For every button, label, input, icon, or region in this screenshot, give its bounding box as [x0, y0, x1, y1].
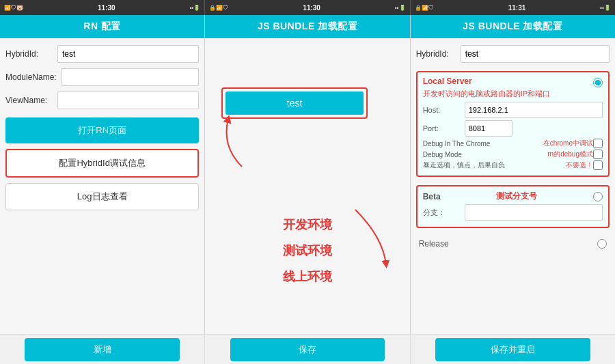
local-server-title: Local Server	[423, 76, 472, 86]
warn-sublabel: 不要选！	[566, 160, 593, 170]
status-icons-left-2: 🔒📶🛡	[209, 5, 228, 11]
host-input[interactable]	[465, 102, 603, 118]
bottom-panel-3: 保存并重启	[411, 335, 615, 364]
panel3-body: HybridId: Local Server 开发时访问的电脑或路由器的IP和端…	[411, 38, 615, 334]
viewname-label: ViewName:	[5, 96, 53, 105]
bottom-panel-1: 新增	[0, 335, 205, 364]
branch-label: 分支：	[423, 208, 461, 218]
warn-checkbox[interactable]	[593, 160, 603, 170]
bottom-bar: 新增 保存 保存并重启	[0, 334, 615, 364]
debug-chrome-sublabel: 在chrome中调试	[543, 139, 593, 148]
log-view-button[interactable]: Log日志查看	[5, 183, 199, 210]
branch-input[interactable]	[465, 204, 603, 221]
panel1-header: RN 配置	[0, 15, 204, 38]
status-bar-1: 📶🛡🐷 11:30 ▪▪🔋	[0, 0, 204, 15]
branch-row: 分支：	[423, 204, 603, 221]
save-button[interactable]: 保存	[230, 338, 385, 361]
status-bar-2: 🔒📶🛡 11:30 ▪▪🔋	[204, 0, 409, 15]
bottom-panel-2: 保存	[205, 335, 410, 364]
beta-radio[interactable]	[593, 192, 603, 201]
warn-label: 暴走选项，慎点，后果自负	[423, 160, 566, 170]
panel2-body: 开发环境 测试环境 线上环境	[205, 38, 409, 334]
modulename-row: ModuleName:	[5, 68, 199, 86]
debug-mode-label: Debug Mode	[423, 151, 548, 158]
panel1-title: RN 配置	[83, 20, 121, 31]
modulename-label: ModuleName:	[5, 72, 57, 82]
main-panels: RN 配置 HybridId: ModuleName: ViewName: 打开…	[0, 15, 615, 334]
status-icons-right-3: ▪▪🔋	[600, 5, 611, 11]
env-label-online: 线上环境	[283, 268, 332, 285]
hybridid-row: HybridId:	[5, 45, 199, 63]
p3-hybridid-row: HybridId:	[416, 45, 610, 63]
status-icons-left-1: 📶🛡🐷	[4, 5, 23, 11]
save-restart-button[interactable]: 保存并重启	[435, 338, 590, 361]
status-bar-3: 🔒📶🛡 11:31 ▪▪🔋	[410, 0, 615, 15]
debug-mode-sublabel: rn的debug模式	[547, 150, 593, 159]
port-input[interactable]	[465, 120, 512, 137]
debug-chrome-label: Debug In The Chrome	[423, 140, 543, 148]
beta-section: Beta 测试分支号 分支：	[416, 185, 610, 228]
warn-row: 暴走选项，慎点，后果自负 不要选！	[423, 160, 603, 170]
panel3-title: JS BUNDLE 加载配置	[463, 20, 562, 31]
time-3: 11:31	[508, 4, 526, 12]
viewname-input[interactable]	[57, 92, 199, 109]
local-server-section: Local Server 开发时访问的电脑或路由器的IP和端口 Host: Po…	[416, 71, 610, 177]
panel-jsbundle-right: JS BUNDLE 加载配置 HybridId: Local Server 开发…	[411, 15, 615, 334]
time-1: 11:30	[98, 4, 115, 12]
release-label: Release	[419, 239, 449, 249]
hybridid-input[interactable]	[57, 45, 199, 63]
config-hybridid-button[interactable]: 配置HybridId调试信息	[5, 149, 199, 178]
p1-buttons: 打开RN页面 配置HybridId调试信息 Log日志查看	[5, 117, 199, 210]
time-2: 11:30	[303, 4, 320, 12]
arrow-up-left	[215, 112, 256, 167]
test-input[interactable]	[226, 92, 364, 115]
debug-chrome-checkbox[interactable]	[593, 139, 603, 148]
debug-mode-checkbox[interactable]	[593, 150, 603, 159]
beta-sublabel: 测试分支号	[496, 191, 537, 202]
env-label-dev: 开发环境	[283, 216, 332, 233]
panel3-header: JS BUNDLE 加载配置	[411, 15, 615, 38]
host-label: Host:	[423, 106, 461, 114]
panel2-title: JS BUNDLE 加载配置	[258, 20, 357, 31]
add-button[interactable]: 新增	[25, 338, 180, 361]
status-icons-left-3: 🔒📶🛡	[415, 5, 434, 11]
panel1-body: HybridId: ModuleName: ViewName: 打开RN页面 配…	[0, 38, 204, 334]
env-label-test: 测试环境	[283, 242, 332, 259]
status-bars: 📶🛡🐷 11:30 ▪▪🔋 🔒📶🛡 11:30 ▪▪🔋 🔒📶🛡 11:31 ▪▪…	[0, 0, 615, 15]
port-label: Port:	[423, 124, 461, 132]
debug-chrome-row: Debug In The Chrome 在chrome中调试	[423, 139, 603, 148]
beta-radio-row: Beta 测试分支号	[423, 191, 603, 202]
local-server-radio[interactable]	[593, 78, 603, 87]
debug-mode-row: Debug Mode rn的debug模式	[423, 150, 603, 159]
arrow-down-right	[348, 210, 396, 271]
port-row: Port:	[423, 120, 603, 137]
viewname-row: ViewName:	[5, 92, 199, 109]
status-icons-right-1: ▪▪🔋	[190, 5, 201, 11]
p3-hybridid-label: HybridId:	[416, 49, 461, 59]
hybridid-label: HybridId:	[5, 49, 53, 59]
panel-jsbundle-center: JS BUNDLE 加载配置	[205, 15, 410, 334]
modulename-input[interactable]	[61, 68, 200, 86]
open-rn-button[interactable]: 打开RN页面	[5, 117, 199, 143]
panel-rn-config: RN 配置 HybridId: ModuleName: ViewName: 打开…	[0, 15, 205, 334]
local-server-subtitle: 开发时访问的电脑或路由器的IP和端口	[423, 89, 603, 99]
release-row: Release	[416, 236, 610, 251]
panel2-header: JS BUNDLE 加载配置	[205, 15, 409, 38]
host-row: Host:	[423, 102, 603, 118]
release-radio[interactable]	[597, 239, 607, 249]
status-icons-right-2: ▪▪🔋	[395, 5, 406, 11]
p3-hybridid-input[interactable]	[461, 45, 610, 63]
beta-label: Beta	[423, 192, 441, 201]
